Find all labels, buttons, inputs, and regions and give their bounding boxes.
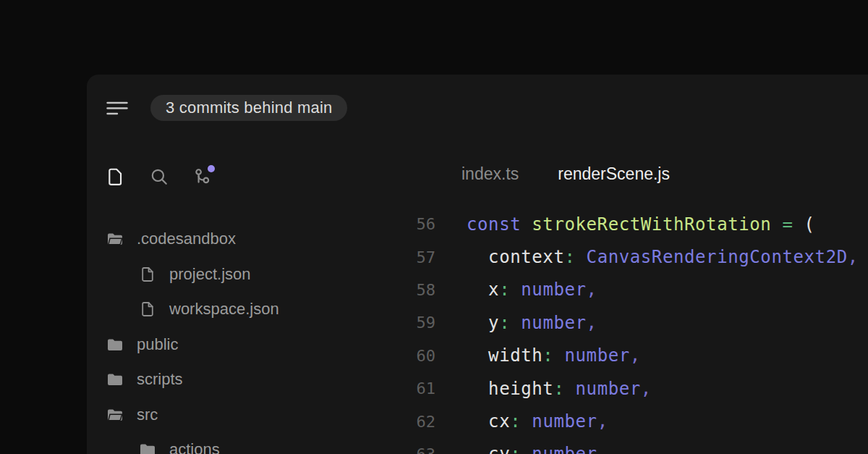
code-text: y: number, — [435, 313, 597, 333]
tab-bar: index.ts renderScene.js — [461, 164, 670, 184]
code-line-57[interactable]: 57 context: CanvasRenderingContext2D, — [87, 240, 868, 273]
git-panel-button[interactable] — [193, 167, 212, 186]
line-number: 62 — [87, 413, 435, 431]
screenshot-root: 3 commits behind main — [0, 0, 868, 454]
hamburger-icon — [106, 101, 128, 117]
line-number: 57 — [87, 248, 435, 266]
code-line-61[interactable]: 61 height: number, — [87, 372, 868, 405]
line-number: 59 — [87, 314, 435, 332]
code-text: height: number, — [435, 379, 652, 399]
file-icon — [106, 167, 125, 186]
code-area[interactable]: 56const strokeRectWithRotation = (57 con… — [87, 208, 868, 454]
line-number: 61 — [87, 379, 435, 398]
git-status-badge[interactable]: 3 commits behind main — [150, 95, 347, 121]
code-line-60[interactable]: 60 width: number, — [87, 340, 868, 372]
app-window: 3 commits behind main — [87, 75, 868, 454]
tab-renderscene-js[interactable]: renderScene.js — [558, 164, 670, 184]
line-number: 56 — [87, 215, 435, 233]
code-line-63[interactable]: 63 cy: number, — [87, 438, 868, 454]
tab-index-ts[interactable]: index.ts — [461, 164, 519, 184]
code-line-56[interactable]: 56const strokeRectWithRotation = ( — [87, 208, 868, 240]
code-text: const strokeRectWithRotation = ( — [435, 214, 815, 235]
code-line-62[interactable]: 62 cx: number, — [87, 405, 868, 437]
line-number: 58 — [87, 281, 435, 299]
code-text: x: number, — [435, 279, 597, 300]
line-number: 63 — [87, 445, 435, 454]
code-line-59[interactable]: 59 y: number, — [87, 306, 868, 339]
menu-button[interactable] — [106, 101, 128, 118]
notification-dot — [208, 165, 215, 172]
line-number: 60 — [87, 347, 435, 365]
code-text: context: CanvasRenderingContext2D, — [435, 247, 859, 267]
code-line-58[interactable]: 58 x: number, — [87, 274, 868, 306]
files-panel-button[interactable] — [106, 167, 125, 186]
sidebar-toolbar — [106, 167, 212, 186]
code-text: width: number, — [435, 345, 641, 366]
search-icon — [150, 167, 169, 186]
search-panel-button[interactable] — [150, 167, 169, 186]
code-text: cx: number, — [435, 411, 608, 432]
code-text: cy: number, — [435, 444, 608, 454]
